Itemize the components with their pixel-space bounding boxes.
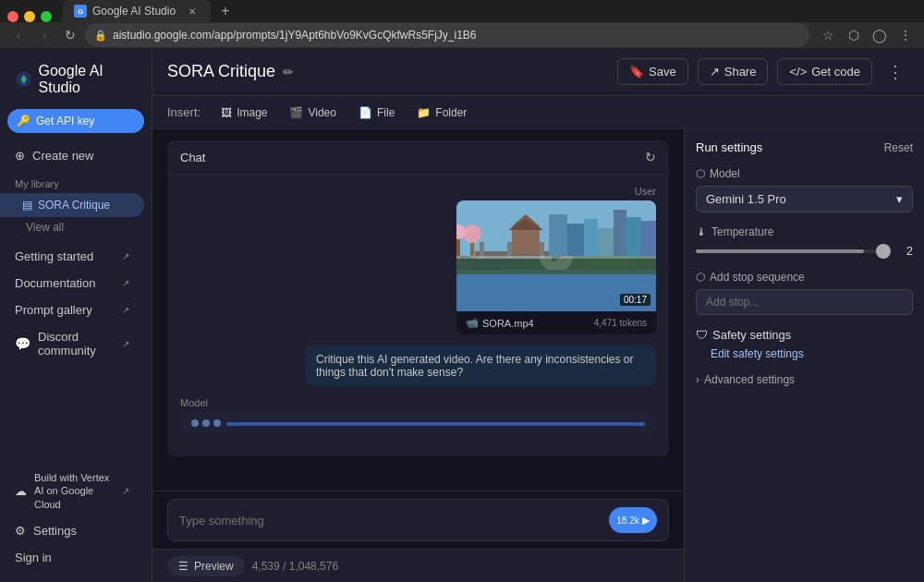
- sidebar-bottom: ☁ Build with Vertex AI on Google Cloud ↗…: [0, 461, 152, 575]
- insert-bar: Insert: 🖼 Image 🎬 Video 📄 File 📁 Folder: [152, 96, 924, 129]
- video-card[interactable]: ▶ 00:17 📹 SORA.mp4: [456, 200, 656, 334]
- profile-btn[interactable]: ◯: [869, 24, 891, 46]
- edit-safety-link[interactable]: Edit safety settings: [696, 347, 913, 360]
- extensions-btn[interactable]: ⬡: [843, 24, 865, 46]
- build-vertex-link[interactable]: ☁ Build with Vertex AI on Google Cloud ↗: [0, 465, 144, 517]
- stop-sequence-input[interactable]: [696, 289, 913, 315]
- external-link-icon-4: ↗: [122, 339, 129, 349]
- bottom-bar: ☰ Preview 4,539 / 1,048,576: [152, 549, 684, 582]
- minimize-window-btn[interactable]: [24, 11, 35, 22]
- sign-in-link[interactable]: Sign in: [0, 544, 144, 571]
- svg-rect-7: [614, 210, 626, 256]
- settings-link[interactable]: ⚙ Settings: [0, 517, 144, 544]
- advanced-row[interactable]: › Advanced settings: [696, 373, 913, 386]
- user-message-text: Critique this AI generated video. Are th…: [305, 346, 656, 386]
- temp-slider-fill: [696, 249, 864, 253]
- menu-icon: ☰: [178, 560, 188, 573]
- prompt-gallery-label: Prompt gallery: [15, 303, 92, 317]
- getting-started-label: Getting started: [15, 249, 93, 263]
- menu-btn[interactable]: ⋮: [894, 24, 917, 46]
- tab-favicon: G: [74, 5, 87, 18]
- maximize-window-btn[interactable]: [41, 11, 52, 22]
- forward-btn[interactable]: ›: [33, 24, 55, 46]
- tab-close-btn[interactable]: ✕: [185, 4, 200, 18]
- prompt-gallery-link[interactable]: Prompt gallery ↗: [0, 297, 144, 323]
- cloud-icon: ☁: [15, 484, 27, 498]
- app-layout: Google AI Studio 🔑 Get API key ⊕ Create …: [0, 48, 924, 582]
- dot-2: [202, 419, 210, 427]
- model-bubble: [180, 412, 656, 434]
- insert-image-btn[interactable]: 🖼 Image: [212, 103, 276, 123]
- back-btn[interactable]: ‹: [7, 24, 30, 46]
- reload-btn[interactable]: ↻: [59, 24, 81, 46]
- preview-button[interactable]: ☰ Preview: [167, 556, 245, 576]
- stop-icon: ⬡: [696, 271, 705, 284]
- file-icon: 📄: [359, 106, 372, 119]
- chat-main-content: Chat ↻ User: [152, 129, 684, 582]
- advanced-setting: › Advanced settings: [696, 373, 913, 386]
- project-title: SORA Critique ✏: [167, 62, 294, 81]
- svg-rect-20: [512, 226, 540, 254]
- video-name-text: SORA.mp4: [482, 318, 534, 329]
- video-info: 📹 SORA.mp4 4,471 tokens: [456, 311, 656, 334]
- send-button[interactable]: 18.2k ▶: [609, 507, 657, 533]
- video-thumbnail: ▶ 00:17: [456, 200, 656, 311]
- stop-sequence-setting: ⬡ Add stop sequence: [696, 271, 913, 315]
- temperature-control: 2: [696, 244, 913, 258]
- model-icon: ⬡: [696, 167, 705, 180]
- chat-box: Chat ↻ User: [167, 140, 669, 456]
- dot-3: [213, 419, 221, 427]
- video-tokens: 4,471 tokens: [594, 318, 647, 328]
- save-button[interactable]: 🔖 Save: [617, 58, 688, 85]
- edit-title-icon[interactable]: ✏: [283, 65, 294, 79]
- safety-setting: 🛡 Safety settings Edit safety settings: [696, 328, 913, 360]
- get-code-button[interactable]: </> Get code: [777, 58, 872, 85]
- documentation-link[interactable]: Documentation ↗: [0, 270, 144, 297]
- stop-label-text: Add stop sequence: [710, 271, 805, 284]
- reset-button[interactable]: Reset: [884, 141, 913, 154]
- chat-header: Chat ↻: [167, 140, 669, 175]
- insert-video-btn[interactable]: 🎬 Video: [280, 103, 345, 123]
- view-all-text: View all: [26, 221, 64, 234]
- discord-community-link[interactable]: 💬 Discord community ↗: [0, 323, 144, 364]
- address-bar[interactable]: 🔒 aistudio.google.com/app/prompts/1jY9Ap…: [85, 23, 809, 47]
- app-logo: Google AI Studio: [0, 55, 152, 107]
- input-area: 18.2k ▶: [152, 491, 684, 549]
- insert-folder-btn[interactable]: 📁 Folder: [407, 103, 476, 123]
- view-all-link[interactable]: View all: [0, 217, 152, 237]
- loading-bar: [226, 422, 645, 426]
- main-area: SORA Critique ✏ 🔖 Save ↗ Share </> Get c…: [152, 48, 924, 582]
- new-tab-btn[interactable]: +: [214, 0, 237, 22]
- getting-started-link[interactable]: Getting started ↗: [0, 243, 144, 270]
- get-code-label: Get code: [811, 65, 860, 79]
- browser-actions: ☆ ⬡ ◯ ⋮: [817, 24, 917, 46]
- active-tab[interactable]: G Google AI Studio ✕: [63, 0, 211, 22]
- close-window-btn[interactable]: [7, 11, 18, 22]
- more-options-button[interactable]: ⋮: [881, 56, 909, 88]
- token-count-info: 4,539 / 1,048,576: [252, 560, 338, 573]
- temperature-slider[interactable]: [696, 249, 887, 253]
- chat-messages: User: [167, 175, 669, 456]
- nav-bar: ‹ › ↻ 🔒 aistudio.google.com/app/prompts/…: [0, 22, 924, 48]
- video-duration: 00:17: [620, 294, 650, 306]
- get-api-key-btn[interactable]: 🔑 Get API key: [7, 109, 144, 133]
- code-icon: </>: [789, 65, 807, 79]
- share-icon: ↗: [710, 65, 720, 79]
- temperature-value: 2: [894, 244, 913, 258]
- bookmark-btn[interactable]: ☆: [817, 24, 839, 46]
- sign-in-label: Sign in: [15, 551, 52, 564]
- share-button[interactable]: ↗ Share: [698, 58, 769, 85]
- external-link-icon-3: ↗: [122, 305, 129, 315]
- chat-area: Chat ↻ User: [152, 129, 684, 491]
- chat-refresh-btn[interactable]: ↻: [645, 150, 656, 164]
- sidebar-item-sora-critique[interactable]: ▤ SORA Critique: [0, 193, 144, 217]
- settings-label: Settings: [33, 524, 77, 538]
- insert-file-btn[interactable]: 📄 File: [349, 103, 404, 123]
- safety-label-text: Safety settings: [712, 328, 791, 342]
- model-select-dropdown[interactable]: Gemini 1.5 Pro ▾: [696, 186, 913, 212]
- external-link-icon-2: ↗: [122, 278, 129, 288]
- tab-bar: G Google AI Studio ✕ +: [0, 0, 924, 22]
- temperature-label: 🌡 Temperature: [696, 225, 913, 238]
- create-new-btn[interactable]: ⊕ Create new: [0, 142, 144, 169]
- chat-input[interactable]: [179, 514, 602, 527]
